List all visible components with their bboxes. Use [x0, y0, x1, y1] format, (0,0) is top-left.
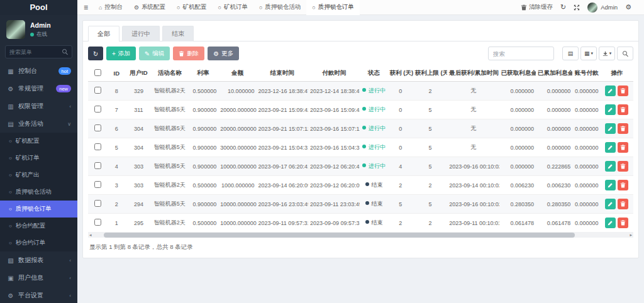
tab-miner-config[interactable]: ○ 矿机配置 — [171, 0, 212, 15]
filter-tab-ended[interactable]: 结束 — [162, 26, 194, 41]
sidebar-item-miner-output[interactable]: ○ 矿机产出 — [0, 167, 77, 184]
cell-interest_accrued: 0.000000 — [536, 101, 572, 119]
table-row: 8329智能机器2天0.50000010.0000002023-12-16 18… — [88, 82, 633, 101]
filter-tab-running[interactable]: 进行中 — [122, 26, 160, 41]
row-checkbox[interactable] — [94, 162, 101, 169]
column-header[interactable]: 获利 (天) — [388, 65, 413, 82]
tab-label: 矿机订单 — [224, 3, 248, 11]
sidebar-item-seconds-contract-config[interactable]: ○ 秒合约配置 — [0, 218, 77, 234]
edit-button[interactable]: ✎ 编辑 — [139, 47, 170, 60]
column-header[interactable]: 用户ID — [126, 65, 151, 82]
delete-button[interactable]: 删除 — [173, 47, 204, 60]
card-view-button[interactable]: ▤ — [562, 47, 579, 60]
menu-toggle-icon[interactable]: ≡ — [84, 3, 88, 12]
column-header[interactable]: 已累加利息金额 — [536, 65, 572, 82]
sidebar-item-platform-settings[interactable]: ⚙ 平台设置 ‹ — [0, 287, 77, 303]
sidebar-item-data-reports[interactable]: ▧ 数据报表 ‹ — [0, 251, 77, 269]
row-checkbox[interactable] — [94, 106, 101, 113]
circle-icon: ○ — [9, 155, 12, 161]
row-delete-button[interactable] — [618, 199, 628, 209]
cell-pay_time: 2023-09-16 15:04:31 — [308, 138, 360, 157]
fullscreen-icon[interactable] — [574, 4, 580, 11]
sidebar-item-business-activity[interactable]: ▤ 业务活动 ∨ — [0, 115, 77, 133]
row-delete-button[interactable] — [618, 123, 628, 134]
tab-staking-orders[interactable]: ○ 质押锁仓订单 — [306, 0, 359, 15]
settings-gears-icon[interactable]: ⚙ — [625, 3, 631, 11]
search-button[interactable] — [617, 47, 633, 60]
export-button[interactable]: ▾ — [599, 47, 615, 60]
sidebar-item-miner-config[interactable]: ○ 矿机配置 — [0, 133, 77, 150]
row-delete-button[interactable] — [618, 218, 628, 228]
row-edit-button[interactable] — [605, 218, 616, 228]
row-edit-button[interactable] — [605, 199, 616, 209]
topbar-avatar[interactable] — [587, 3, 597, 13]
column-header[interactable]: 最后获利/累加时间 — [447, 65, 499, 82]
column-header[interactable]: 利率 — [188, 65, 218, 82]
row-edit-button[interactable] — [605, 180, 616, 190]
row-checkbox[interactable] — [94, 219, 101, 226]
more-button[interactable]: ⚙ 更多 — [208, 47, 239, 60]
sidebar-item-staking-activity[interactable]: ○ 质押锁仓活动 — [0, 184, 77, 201]
select-all-checkbox[interactable] — [94, 69, 101, 76]
row-delete-button[interactable] — [618, 142, 628, 153]
column-header[interactable]: 活动名称 — [152, 65, 188, 82]
sidebar-search-input[interactable] — [9, 49, 62, 55]
column-header[interactable]: 操作 — [601, 65, 633, 82]
cell-profit_limit: 5 — [413, 195, 447, 214]
filter-tab-all[interactable]: 全部 — [88, 26, 119, 41]
row-checkbox[interactable] — [94, 143, 101, 150]
scrollbar-thumb[interactable] — [104, 233, 575, 238]
column-header[interactable]: 状态 — [360, 65, 387, 82]
chevron-left-icon: ‹ — [69, 293, 71, 299]
sidebar-item-miner-orders[interactable]: ○ 矿机订单 — [0, 150, 77, 167]
sidebar-item-user-info[interactable]: ▣ 用户信息 ‹ — [0, 269, 77, 287]
scroll-right-arrow-icon[interactable]: ▸ — [628, 232, 633, 238]
column-header[interactable]: ID — [107, 65, 126, 82]
tab-miner-orders[interactable]: ○ 矿机订单 — [212, 0, 253, 15]
sidebar-item-dashboard[interactable]: ▦ 控制台 hot — [0, 62, 77, 80]
row-delete-button[interactable] — [618, 104, 628, 115]
user-avatar[interactable] — [6, 20, 25, 39]
scrollbar-track[interactable] — [93, 232, 629, 238]
row-delete-button[interactable] — [618, 180, 628, 190]
row-checkbox[interactable] — [94, 87, 101, 94]
row-checkbox[interactable] — [94, 200, 101, 207]
column-header[interactable]: 账号付款 — [572, 65, 600, 82]
sidebar-item-staking-orders[interactable]: ○ 质押锁仓订单 — [0, 201, 77, 218]
row-checkbox[interactable] — [94, 181, 101, 188]
tab-system-config[interactable]: ⚙ 系统配置 — [128, 0, 171, 15]
grid-icon: ▤ — [6, 121, 15, 128]
tab-staking-activity[interactable]: ○ 质押锁仓活动 — [253, 0, 306, 15]
row-edit-button[interactable] — [605, 104, 616, 115]
status-badge: 结束 — [360, 214, 387, 233]
column-header[interactable]: 结束时间 — [257, 65, 308, 82]
refresh-button[interactable]: ↻ — [88, 47, 103, 60]
column-header[interactable]: 获利上限 (天) — [413, 65, 447, 82]
row-checkbox[interactable] — [94, 124, 101, 131]
row-edit-button[interactable] — [605, 123, 616, 134]
row-edit-button[interactable] — [605, 85, 616, 96]
table-tools-right: ▤ ▦▾ ▾ — [488, 47, 633, 60]
column-header[interactable]: 金额 — [218, 65, 256, 82]
row-edit-button[interactable] — [605, 161, 616, 172]
sidebar-item-seconds-contract-orders[interactable]: ○ 秒合约订单 — [0, 234, 77, 251]
column-header[interactable]: 已获取利息金额 — [499, 65, 536, 82]
status-dot-icon — [362, 88, 366, 92]
table-search-input[interactable] — [488, 47, 554, 60]
add-button[interactable]: + 添加 — [106, 47, 136, 60]
scroll-left-arrow-icon[interactable]: ◂ — [88, 232, 93, 238]
row-delete-button[interactable] — [618, 161, 628, 172]
topbar-user-name[interactable]: Admin — [601, 4, 618, 11]
sidebar-item-permission-management[interactable]: ▥ 权限管理 ‹ — [0, 97, 77, 115]
columns-button[interactable]: ▦▾ — [580, 47, 597, 60]
sidebar-item-general-management[interactable]: ⚙ 常规管理 new — [0, 80, 77, 97]
tab-dashboard[interactable]: ⌂ 控制台 — [93, 0, 128, 15]
cell-account_pay: 0.000000 — [572, 82, 600, 101]
clear-cache-button[interactable]: 清除缓存 — [521, 3, 553, 11]
cell-account_pay: 0.000000 — [572, 176, 600, 195]
horizontal-scrollbar[interactable]: ◂ ▸ — [88, 232, 633, 238]
row-delete-button[interactable] — [618, 85, 628, 96]
refresh-page-icon[interactable]: ↻ — [560, 3, 566, 11]
column-header[interactable]: 付款时间 — [308, 65, 360, 82]
row-edit-button[interactable] — [605, 142, 616, 153]
